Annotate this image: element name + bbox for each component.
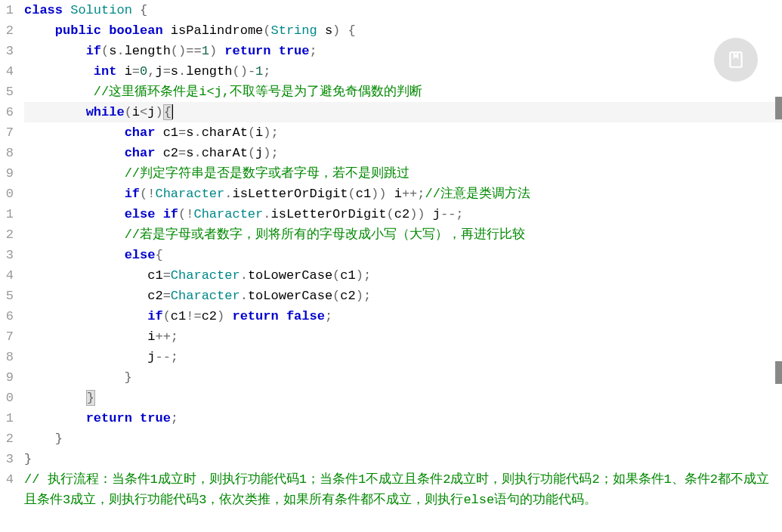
token: ;: [263, 64, 270, 79]
token: [24, 227, 125, 242]
token: [24, 350, 147, 364]
token: }: [24, 452, 32, 466]
line-number: 3: [0, 41, 14, 61]
token: [24, 309, 147, 323]
code-line[interactable]: //这里循环条件是i<j,不取等号是为了避免奇偶数的判断: [24, 82, 782, 102]
token: (: [332, 289, 340, 303]
code-editor[interactable]: 123456789012345678901234 class Solution …: [0, 0, 782, 532]
token: [24, 44, 86, 58]
token: isLetterOrDigit: [270, 207, 386, 221]
token: [24, 268, 147, 283]
line-number: 4: [0, 469, 14, 490]
token: j: [433, 207, 440, 221]
token: =: [178, 125, 186, 140]
token: String: [270, 23, 324, 38]
code-line[interactable]: if(!Character.isLetterOrDigit(c1)) i++;/…: [24, 184, 782, 204]
token: i: [147, 329, 155, 344]
code-line[interactable]: }: [24, 367, 782, 388]
token: }: [24, 370, 132, 385]
token: if: [125, 187, 140, 201]
token: c1: [163, 125, 178, 140]
line-number: 8: [0, 143, 14, 163]
token: ()-: [232, 64, 255, 79]
token: );: [263, 146, 278, 160]
code-area[interactable]: class Solution { public boolean isPalind…: [18, 0, 782, 532]
token: i: [255, 125, 263, 140]
line-number: 7: [0, 122, 14, 143]
code-line[interactable]: j--;: [24, 347, 782, 367]
code-line[interactable]: class Solution {: [24, 0, 782, 20]
token: //若是字母或者数字，则将所有的字母改成小写（大写），再进行比较: [125, 227, 525, 242]
line-number: 3: [0, 449, 14, 469]
token: !=: [186, 309, 201, 323]
token: }: [86, 390, 95, 406]
line-number: 2: [0, 20, 14, 41]
token: }: [24, 431, 63, 446]
token: [24, 23, 55, 38]
token: Character: [155, 187, 224, 201]
token: c1: [356, 187, 371, 201]
code-line[interactable]: char c1=s.charAt(i);: [24, 122, 782, 143]
token: i: [394, 187, 402, 201]
token: s: [325, 23, 332, 38]
token: if: [86, 44, 101, 58]
bookmark-button[interactable]: [714, 38, 758, 82]
code-line[interactable]: char c2=s.charAt(j);: [24, 143, 782, 163]
code-line[interactable]: if(s.length()==1) return true;: [24, 41, 782, 61]
code-line[interactable]: }: [24, 428, 782, 449]
token: =: [163, 64, 171, 79]
token: [24, 411, 86, 425]
token: s: [186, 125, 193, 140]
token: class: [24, 3, 70, 17]
code-line[interactable]: }: [24, 388, 782, 408]
token: );: [356, 289, 371, 303]
token: return: [86, 411, 140, 425]
token: (: [387, 207, 394, 221]
token: [24, 125, 125, 140]
token: [24, 146, 125, 160]
scrollbar-thumb[interactable]: [775, 97, 782, 119]
line-number-gutter: 123456789012345678901234: [0, 0, 18, 532]
token: [24, 207, 125, 221]
token: Character: [171, 268, 240, 283]
code-line[interactable]: else if(!Character.isLetterOrDigit(c2)) …: [24, 204, 782, 224]
token: {: [155, 248, 162, 262]
code-line[interactable]: c1=Character.toLowerCase(c1);: [24, 265, 782, 286]
token: (: [332, 268, 340, 283]
token: int: [94, 64, 125, 79]
token: ;: [325, 309, 332, 323]
token: //这里循环条件是i<j,不取等号是为了避免奇偶数的判断: [94, 85, 422, 99]
line-number: 1: [0, 408, 14, 428]
token: --;: [155, 350, 178, 364]
line-number: 2: [0, 428, 14, 449]
line-number: 5: [0, 82, 14, 102]
token: ++;: [155, 329, 178, 344]
code-line[interactable]: while(i<j){: [24, 102, 782, 122]
token: ): [217, 309, 232, 323]
token: c1: [147, 268, 162, 283]
token: isPalindrome: [171, 23, 263, 38]
code-line[interactable]: if(c1!=c2) return false;: [24, 306, 782, 326]
code-line[interactable]: public boolean isPalindrome(String s) {: [24, 20, 782, 41]
token: j: [147, 105, 155, 119]
token: c2: [394, 207, 410, 221]
token: if: [147, 309, 162, 323]
line-number: 0: [0, 388, 14, 408]
token: s: [109, 44, 116, 58]
token: //判定字符串是否是数字或者字母，若不是则跳过: [125, 166, 410, 181]
code-line[interactable]: c2=Character.toLowerCase(c2);: [24, 286, 782, 306]
code-line[interactable]: return true;: [24, 408, 782, 428]
line-number: 9: [0, 367, 14, 388]
code-line[interactable]: //若是字母或者数字，则将所有的字母改成小写（大写），再进行比较: [24, 224, 782, 245]
token: toLowerCase: [248, 289, 332, 303]
code-line[interactable]: i++;: [24, 326, 782, 347]
token: --;: [440, 207, 464, 221]
token: charAt: [202, 125, 248, 140]
code-line[interactable]: else{: [24, 245, 782, 265]
token: c2: [147, 289, 162, 303]
code-line[interactable]: //判定字符串是否是数字或者字母，若不是则跳过: [24, 163, 782, 184]
code-line[interactable]: }: [24, 449, 782, 469]
code-line[interactable]: // 执行流程：当条件1成立时，则执行功能代码1；当条件1不成立且条件2成立时，…: [24, 469, 782, 510]
scrollbar-thumb[interactable]: [775, 361, 782, 384]
code-line[interactable]: int i=0,j=s.length()-1;: [24, 61, 782, 82]
